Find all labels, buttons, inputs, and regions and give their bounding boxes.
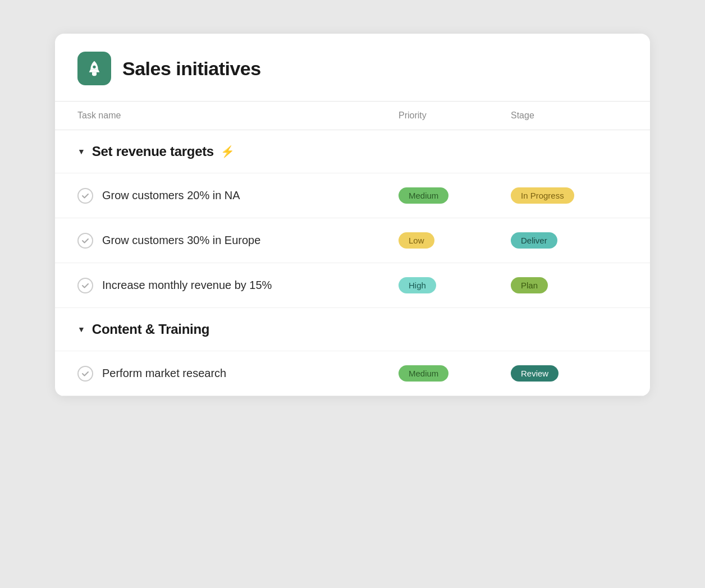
group-title-1: Set revenue targets (92, 144, 214, 159)
stage-badge[interactable]: Deliver (511, 232, 557, 249)
stage-cell: Deliver (504, 226, 628, 255)
check-circle-icon[interactable] (77, 278, 93, 293)
group-row-1[interactable]: ▼ Set revenue targets ⚡ (55, 130, 650, 173)
check-circle-icon[interactable] (77, 188, 93, 204)
priority-cell: Low (392, 226, 504, 255)
priority-badge[interactable]: Medium (399, 187, 448, 204)
stage-cell: In Progress (504, 181, 628, 210)
rocket-icon (85, 59, 103, 77)
col-stage: Stage (504, 102, 628, 130)
page-title: Sales initiatives (122, 58, 261, 80)
col-task-name: Task name (77, 102, 392, 130)
page-header: Sales initiatives (55, 34, 650, 101)
stage-cell: Review (504, 359, 628, 388)
priority-badge[interactable]: High (399, 277, 436, 293)
task-name-cell: Grow customers 20% in NA (77, 177, 392, 215)
table-row: Perform market research Medium Review (55, 351, 650, 396)
bolt-icon: ⚡ (221, 145, 235, 158)
priority-cell: Medium (392, 359, 504, 388)
group-title-2: Content & Training (92, 321, 209, 337)
stage-badge[interactable]: Review (511, 365, 558, 382)
task-name-cell: Perform market research (77, 355, 392, 393)
stage-badge[interactable]: Plan (511, 277, 548, 293)
app-icon (77, 52, 111, 85)
task-name: Grow customers 20% in NA (102, 189, 240, 202)
main-card: Sales initiatives Task name Priority Sta… (55, 34, 650, 396)
stage-badge[interactable]: In Progress (511, 187, 574, 204)
priority-badge[interactable]: Low (399, 232, 434, 249)
task-name-cell: Increase monthly revenue by 15% (77, 267, 392, 305)
priority-badge[interactable]: Medium (399, 365, 448, 382)
table-row: Grow customers 20% in NA Medium In Progr… (55, 173, 650, 218)
check-circle-icon[interactable] (77, 366, 93, 382)
priority-cell: Medium (392, 181, 504, 210)
task-name-cell: Grow customers 30% in Europe (77, 222, 392, 260)
chevron-down-icon: ▼ (77, 325, 85, 334)
group-row-2[interactable]: ▼ Content & Training (55, 308, 650, 351)
check-circle-icon[interactable] (77, 233, 93, 249)
chevron-down-icon: ▼ (77, 147, 85, 156)
priority-cell: High (392, 270, 504, 300)
task-name: Increase monthly revenue by 15% (102, 279, 272, 292)
col-priority: Priority (392, 102, 504, 130)
stage-cell: Plan (504, 270, 628, 300)
task-name: Grow customers 30% in Europe (102, 234, 260, 247)
task-table: Task name Priority Stage ▼ Set revenue t… (55, 101, 650, 396)
table-row: Increase monthly revenue by 15% High Pla… (55, 263, 650, 308)
table-row: Grow customers 30% in Europe Low Deliver (55, 218, 650, 263)
table-header-row: Task name Priority Stage (55, 101, 650, 130)
task-name: Perform market research (102, 367, 226, 380)
svg-point-0 (93, 66, 95, 68)
